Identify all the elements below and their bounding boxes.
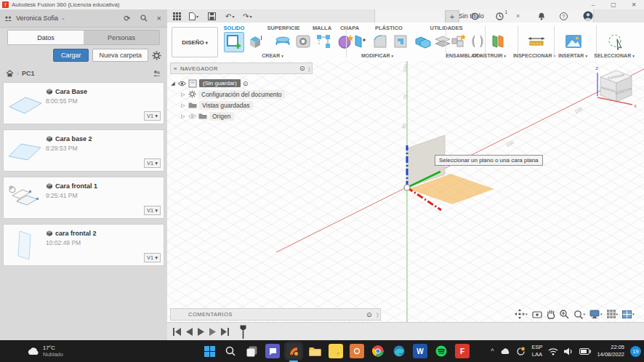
comments-options-icon[interactable]: ⊙: [366, 311, 372, 318]
tree-node-label[interactable]: Vistas guardadas: [199, 101, 253, 110]
version-selector[interactable]: V1 ▾: [144, 206, 161, 215]
look-at-icon[interactable]: [532, 310, 542, 318]
notification-count-badge[interactable]: 19: [630, 346, 641, 357]
refresh-icon[interactable]: ⟳: [124, 14, 130, 23]
fit-view-icon[interactable]: ▾: [573, 310, 586, 319]
file-explorer-icon[interactable]: [307, 344, 322, 358]
weather-widget[interactable]: 17°C Nublado: [26, 345, 63, 358]
timeline-marker[interactable]: [240, 325, 246, 339]
minimize-button[interactable]: –: [583, 1, 603, 8]
section-insertar[interactable]: INSERTAR▾: [558, 53, 587, 58]
fillet-button[interactable]: [371, 32, 390, 51]
upload-button[interactable]: Cargar: [53, 49, 89, 62]
section-crear[interactable]: CREAR▾: [262, 53, 283, 58]
timeline-step-back-icon[interactable]: [186, 328, 193, 336]
new-tab-button[interactable]: +: [445, 10, 459, 23]
workspace-selector[interactable]: DISEÑO ▾: [172, 27, 218, 57]
section-seleccionar[interactable]: SELECCIONAR▾: [594, 53, 634, 58]
tree-expand-icon[interactable]: ▷: [180, 102, 186, 108]
root-document-label[interactable]: (Sin guardar): [199, 79, 241, 87]
tab-datos[interactable]: Datos: [8, 31, 84, 44]
close-panel-icon[interactable]: ×: [157, 14, 161, 23]
timeline-skip-end-icon[interactable]: [221, 328, 229, 336]
tree-node-row[interactable]: ▷ Origen: [170, 110, 313, 121]
ribbon-tab-plastico[interactable]: PLÁSTICO: [375, 25, 403, 31]
teams-chat-icon[interactable]: [265, 344, 280, 358]
combine-button[interactable]: [413, 32, 432, 51]
viewport[interactable]: 100 75 50 150 100 Seleccionar un plano o…: [167, 61, 644, 322]
notification-bell-icon[interactable]: [538, 11, 545, 21]
close-tab-icon[interactable]: ×: [516, 12, 520, 20]
visibility-eye-icon[interactable]: [178, 81, 186, 87]
pan-hand-icon[interactable]: [547, 310, 555, 319]
panel-handle-icon[interactable]: ): [308, 65, 310, 72]
version-selector[interactable]: V1 ▾: [144, 253, 161, 262]
select-tool-button[interactable]: [606, 32, 625, 51]
tray-chevron-icon[interactable]: ^: [491, 347, 494, 355]
version-selector[interactable]: V1 ▾: [144, 158, 161, 168]
sketch-dimension-button[interactable]: [314, 32, 333, 51]
list-item[interactable]: Cara base 2 8:29:53 PM V1 ▾: [3, 129, 164, 172]
collapse-panel-icon[interactable]: «: [174, 65, 177, 72]
visibility-eye-off-icon[interactable]: [188, 113, 196, 119]
focus-target-icon[interactable]: ⊙: [243, 80, 249, 87]
orbit-icon[interactable]: ▾: [515, 309, 528, 319]
panel-options-icon[interactable]: ⊙: [299, 65, 305, 72]
tree-expand-icon[interactable]: ◢: [170, 81, 176, 87]
chevron-down-icon[interactable]: ⌄: [61, 15, 65, 21]
close-button[interactable]: ✕: [624, 1, 644, 8]
chrome-icon[interactable]: [371, 344, 385, 358]
view-cube[interactable]: SUPERIOR FRONTAL DERECHA Z X: [587, 64, 640, 112]
sticky-notes-icon[interactable]: [329, 344, 343, 358]
timeline-skip-start-icon[interactable]: [173, 328, 181, 336]
version-selector[interactable]: V1 ▾: [144, 111, 161, 121]
spotify-icon[interactable]: [434, 344, 448, 358]
shell-button[interactable]: [391, 32, 410, 51]
tree-node-label[interactable]: Origen: [209, 112, 234, 121]
battery-icon[interactable]: [579, 348, 591, 355]
edge-icon[interactable]: [392, 344, 406, 358]
volume-icon[interactable]: [564, 347, 573, 355]
tree-root-row[interactable]: ◢ (Sin guardar) ⊙: [170, 78, 313, 89]
tree-node-row[interactable]: ▷ Configuración del documento: [170, 89, 313, 100]
f-app-icon[interactable]: F: [455, 344, 470, 358]
ribbon-tab-malla[interactable]: MALLA: [313, 25, 331, 31]
ribbon-tab-superficie[interactable]: SUPERFICIE: [267, 25, 299, 31]
breadcrumb-folder[interactable]: PC1: [22, 70, 35, 77]
search-icon[interactable]: [140, 14, 148, 23]
start-button[interactable]: [202, 344, 217, 358]
section-modificar[interactable]: MODIFICAR▾: [361, 53, 393, 58]
insert-image-button[interactable]: [564, 32, 583, 51]
current-user[interactable]: Veronica Sofia: [16, 15, 58, 22]
create-sketch-button[interactable]: [224, 32, 244, 52]
home-icon[interactable]: [6, 70, 14, 77]
zoom-icon[interactable]: [560, 310, 569, 319]
ribbon-tab-chapa[interactable]: CHAPA: [340, 25, 359, 31]
display-settings-icon[interactable]: ▾: [589, 310, 603, 318]
ribbon-tab-utilidades[interactable]: UTILIDADES: [430, 25, 463, 31]
maximize-button[interactable]: ▢: [603, 1, 624, 8]
file-menu-icon[interactable]: ▾: [189, 11, 198, 21]
section-construir[interactable]: CONSTRUIR▾: [472, 53, 506, 58]
redo-icon[interactable]: ↷▾: [243, 11, 251, 21]
folder-people-icon[interactable]: [153, 70, 161, 77]
viewports-icon[interactable]: ▾: [622, 310, 635, 318]
taskbar-search-icon[interactable]: [223, 344, 238, 358]
clock-widget[interactable]: 22:05 14/08/2022: [597, 344, 624, 358]
new-component-button[interactable]: [449, 32, 468, 51]
list-item[interactable]: Cara frontal 1 9:25:41 PM V1 ▾: [3, 177, 164, 219]
list-item[interactable]: Cara Base 8:00:55 PM V1 ▾: [3, 82, 164, 124]
grid-settings-icon[interactable]: ▾: [607, 310, 619, 318]
capture-app-icon[interactable]: [350, 344, 364, 358]
section-inspeccionar[interactable]: INSPECCIONAR▾: [513, 53, 555, 58]
extrude-button[interactable]: [246, 32, 265, 51]
wifi-icon[interactable]: [548, 347, 558, 355]
data-panel-toggle-icon[interactable]: [173, 11, 181, 21]
language-indicator[interactable]: ESP LAA: [531, 344, 542, 358]
panel-handle-icon[interactable]: ): [377, 311, 379, 318]
comments-bar[interactable]: COMENTARIOS ⊙ ): [170, 308, 381, 321]
fusion360-taskbar-icon[interactable]: [286, 344, 301, 358]
tab-personas[interactable]: Personas: [84, 31, 159, 44]
construction-plane-button[interactable]: [488, 32, 507, 51]
tree-expand-icon[interactable]: ▷: [180, 113, 186, 119]
